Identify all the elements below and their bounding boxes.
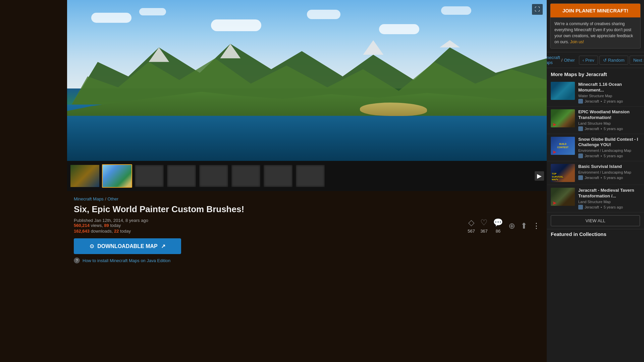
avatar-woodland (578, 126, 583, 131)
views-today-label: today (110, 223, 121, 228)
thumbnail-strip: ▶ (67, 161, 547, 191)
map-thumb-tavern: ➤ (551, 188, 575, 206)
map-meta-contest: Jeracraft • 5 years ago (578, 154, 640, 158)
share-action[interactable]: ⬆ (521, 221, 527, 231)
download-icon: ⊙ (90, 243, 94, 249)
prev-button[interactable]: ‹ Prev (579, 56, 598, 65)
map-time-tavern: 5 years ago (604, 205, 623, 209)
thumbnail-4[interactable] (166, 164, 197, 188)
breadcrumb-minecraft-maps[interactable]: Minecraft Maps (74, 196, 104, 201)
random-label: Random (608, 58, 625, 63)
thumbnail-5[interactable] (199, 164, 229, 188)
map-thumb-img-ocean (551, 82, 575, 100)
meta-stats: Published Jan 12th, 2014, 8 years ago 56… (74, 218, 148, 234)
map-type-ocean: Water Structure Map (578, 94, 640, 98)
views-count: 560,214 (74, 223, 90, 228)
join-banner: JOIN PLANET MINECRAFT! We're a community… (550, 3, 641, 49)
nav-controls: Minecraft Maps / Other ‹ Prev ↺ Random N… (547, 52, 644, 68)
map-time-ocean: 2 years ago (604, 99, 623, 103)
map-author-woodland: Jeracraft (585, 127, 599, 131)
prev-arrow-icon: ‹ (583, 58, 584, 63)
media-area: ⛶ (67, 0, 547, 161)
notify-action[interactable]: ⊕ (508, 221, 515, 231)
svg-marker-4 (363, 40, 383, 55)
view-all-button[interactable]: VIEW ALL (551, 215, 640, 226)
join-button[interactable]: JOIN PLANET MINECRAFT! (550, 4, 640, 17)
main-content: ⛶ ▶ Minecraft Maps (67, 0, 547, 362)
thumb-inner-6 (231, 165, 260, 187)
avatar-survival (578, 175, 583, 180)
cloud (379, 24, 419, 34)
random-button[interactable]: ↺ Random (599, 56, 628, 65)
nav-other[interactable]: Other (564, 58, 575, 63)
map-item-survival[interactable]: TOPSURVIVALMAPs Basic Survival Island En… (547, 161, 644, 185)
thumb-inner-3 (135, 165, 164, 187)
diamonds-action[interactable]: ◇ 567 (468, 218, 475, 234)
share-icon: ⬆ (521, 221, 527, 231)
views-label: views, (91, 223, 104, 228)
red-arrow-tavern: ➤ (552, 200, 559, 204)
thumbnail-7[interactable] (263, 164, 293, 188)
thumb-inner-8 (296, 165, 325, 187)
help-link[interactable]: ? How to install Minecraft Maps on Java … (74, 257, 540, 263)
map-info-ocean: Minecraft 1.16 Ocean Monument... Water S… (578, 82, 640, 104)
breadcrumb-other[interactable]: Other (108, 196, 119, 201)
thumbnails-next-button[interactable]: ▶ (535, 171, 544, 181)
map-name-ocean: Minecraft 1.16 Ocean Monument... (578, 82, 640, 93)
more-actions[interactable]: ⋮ (533, 222, 540, 230)
map-author-tavern: Jeracraft (585, 205, 599, 209)
download-label: DOWNLOADABLE MAP (97, 243, 158, 249)
download-button[interactable]: ⊙ DOWNLOADABLE MAP ↗ (74, 238, 181, 254)
map-dot-survival: • (601, 176, 602, 180)
avatar-ocean (578, 99, 583, 104)
cloud (211, 19, 261, 31)
page-title: Six, Epic World Painter Custom Brushes! (74, 204, 540, 215)
map-item-woodland[interactable]: ➤ EPIC Woodland Mansion Transformation! … (547, 107, 644, 134)
map-item-ocean[interactable]: Minecraft 1.16 Ocean Monument... Water S… (547, 79, 644, 107)
thumbnail-8[interactable] (295, 164, 325, 188)
nav-minecraft-maps[interactable]: Minecraft Maps (547, 55, 560, 65)
notify-icon: ⊕ (508, 221, 515, 231)
map-thumb-ocean (551, 82, 575, 100)
thumb-inner-4 (167, 165, 196, 187)
map-name-tavern: Jeracraft - Medieval Tavern Transformati… (578, 188, 640, 199)
map-author-contest: Jeracraft (585, 154, 599, 158)
right-sidebar: JOIN PLANET MINECRAFT! We're a community… (547, 0, 644, 362)
map-item-tavern[interactable]: ➤ Jeracraft - Medieval Tavern Transforma… (547, 185, 644, 213)
next-button[interactable]: Next › (630, 56, 644, 65)
main-image (67, 0, 547, 161)
comments-count: 86 (496, 229, 500, 234)
map-dot-ocean: • (601, 99, 602, 103)
top10-label: TOPSURVIVALMAPs (552, 173, 564, 181)
join-description: We're a community of creatives sharing e… (550, 17, 640, 48)
map-type-survival: Environment / Landscaping Map (578, 170, 640, 174)
featured-title: Featured in Collections (547, 229, 644, 239)
thumbnail-2[interactable] (102, 164, 132, 188)
map-dot-woodland: • (601, 127, 602, 131)
thumbnail-6[interactable] (231, 164, 261, 188)
map-time-woodland: 5 years ago (604, 127, 623, 131)
views-today: 89 (104, 223, 109, 228)
content-body: Minecraft Maps / Other Six, Epic World P… (67, 191, 547, 362)
left-panel (0, 0, 67, 362)
map-meta-survival: Jeracraft • 5 years ago (578, 175, 640, 180)
help-icon: ? (74, 257, 80, 263)
map-item-contest[interactable]: BUILD CONTEST ➤ Snow Globe Build Contest… (547, 134, 644, 162)
downloads-stat: 162,643 downloads, 22 today (74, 229, 148, 234)
comments-action[interactable]: 💬 86 (493, 218, 503, 234)
downloads-today-label: today (120, 229, 131, 234)
thumb-inner-7 (264, 165, 292, 187)
join-link[interactable]: Join us! (570, 40, 584, 44)
map-info-tavern: Jeracraft - Medieval Tavern Transformati… (578, 188, 640, 209)
thumbnail-3[interactable] (134, 164, 164, 188)
thumbnail-1[interactable] (70, 164, 100, 188)
breadcrumb: Minecraft Maps / Other (74, 196, 540, 201)
map-author-ocean: Jeracraft (585, 99, 599, 103)
red-arrow-woodland: ➤ (552, 121, 559, 126)
fullscreen-button[interactable]: ⛶ (532, 4, 543, 15)
help-text: How to install Minecraft Maps on Java Ed… (83, 258, 170, 263)
thumb-inner-5 (199, 165, 228, 187)
svg-marker-5 (440, 40, 460, 48)
action-icons: ◇ 567 ♡ 367 💬 86 ⊕ ⬆ ⋮ (468, 218, 540, 234)
favorites-action[interactable]: ♡ 367 (480, 218, 488, 234)
